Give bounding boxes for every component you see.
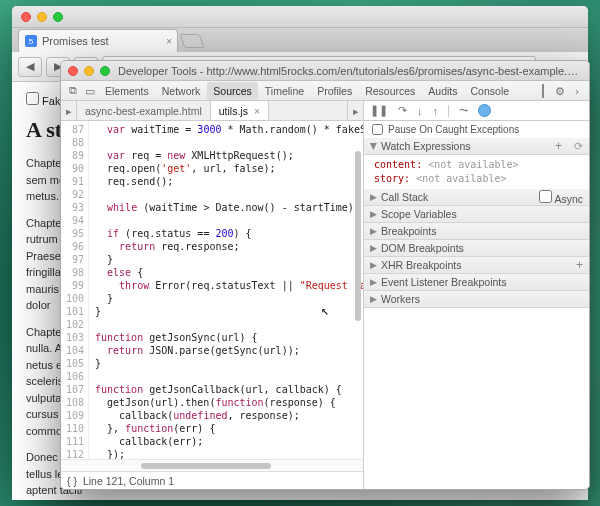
devtools-title: Developer Tools - http://www.html5rocks.… — [110, 65, 589, 77]
favicon-icon: 5 — [25, 35, 37, 47]
close-icon[interactable] — [68, 66, 78, 76]
close-tab-icon[interactable]: × — [166, 36, 172, 47]
pause-caught-checkbox[interactable] — [372, 124, 383, 135]
scope-variables-header[interactable]: ▶Scope Variables — [364, 206, 589, 223]
pane-label: Breakpoints — [381, 225, 436, 237]
file-tab-label: async-best-example.html — [85, 105, 202, 117]
pretty-print-icon[interactable]: { } — [67, 475, 77, 487]
workers-header[interactable]: ▶Workers — [364, 291, 589, 308]
watch-expressions-body: content: <not available> story: <not ava… — [364, 155, 589, 189]
pause-caught-label: Pause On Caught Exceptions — [388, 124, 519, 135]
debugger-sidebar: ❚❚ ↷ ↓ ↑ ⤳ Pause On Caught Exceptions ▶W… — [364, 101, 589, 489]
step-over-icon[interactable]: ↷ — [398, 104, 407, 117]
window-titlebar — [12, 6, 588, 28]
zoom-icon[interactable] — [53, 12, 63, 22]
pane-label: Workers — [381, 293, 420, 305]
panel-network[interactable]: Network — [156, 82, 207, 100]
device-icon[interactable]: ▭ — [82, 85, 98, 97]
status-bar: { } Line 121, Column 1 — [61, 471, 363, 489]
file-tab-active[interactable]: utils.js × — [211, 101, 269, 120]
watch-item[interactable]: story: <not available> — [374, 172, 579, 186]
inspect-icon[interactable]: ⧉ — [65, 84, 81, 97]
devtools-window: Developer Tools - http://www.html5rocks.… — [60, 60, 590, 490]
call-stack-header[interactable]: ▶Call Stack Async — [364, 189, 589, 206]
pause-icon[interactable]: ❚❚ — [370, 104, 388, 117]
pane-label: Call Stack — [381, 191, 428, 203]
panel-profiles[interactable]: Profiles — [311, 82, 358, 100]
show-debugger-icon[interactable]: ▸ — [347, 101, 363, 120]
debugger-toolbar: ❚❚ ↷ ↓ ↑ ⤳ — [364, 101, 589, 121]
minimize-icon[interactable] — [37, 12, 47, 22]
close-icon[interactable] — [21, 12, 31, 22]
event-listener-bp-header[interactable]: ▶Event Listener Breakpoints — [364, 274, 589, 291]
zoom-icon[interactable] — [100, 66, 110, 76]
panel-elements[interactable]: Elements — [99, 82, 155, 100]
chevron-right-icon[interactable]: › — [569, 85, 585, 97]
add-watch-icon[interactable]: + — [555, 139, 562, 153]
panel-audits[interactable]: Audits — [422, 82, 463, 100]
code-content[interactable]: var waitTime = 3000 * Math.random() * fa… — [89, 121, 363, 459]
minimize-icon[interactable] — [84, 66, 94, 76]
settings-icon[interactable]: ⚙ — [552, 85, 568, 97]
panel-console[interactable]: Console — [465, 82, 516, 100]
pane-label: Scope Variables — [381, 208, 457, 220]
new-tab-button[interactable] — [179, 34, 204, 48]
async-checkbox[interactable]: Async — [539, 190, 583, 205]
add-xhr-bp-icon[interactable]: + — [576, 258, 583, 272]
step-out-icon[interactable]: ↑ — [433, 105, 439, 117]
refresh-icon[interactable]: ⟳ — [574, 140, 583, 152]
breakpoints-header[interactable]: ▶Breakpoints — [364, 223, 589, 240]
pause-exceptions-icon[interactable] — [478, 104, 491, 117]
close-icon[interactable]: × — [254, 105, 260, 117]
cursor-position: Line 121, Column 1 — [83, 475, 174, 487]
file-tab-label: utils.js — [219, 105, 248, 117]
code-editor[interactable]: 87 88 89 90 91 92 93 94 95 96 97 98 99 1… — [61, 121, 363, 459]
step-into-icon[interactable]: ↓ — [417, 105, 423, 117]
watch-expressions-header[interactable]: ▶Watch Expressions+⟳ — [364, 138, 589, 155]
xhr-breakpoints-header[interactable]: ▶XHR Breakpoints+ — [364, 257, 589, 274]
sources-editor: ▸ async-best-example.html utils.js × ▸ 8… — [61, 101, 364, 489]
deactivate-breakpoints-icon[interactable]: ⤳ — [459, 104, 468, 117]
pause-caught-row[interactable]: Pause On Caught Exceptions — [364, 121, 589, 138]
dom-breakpoints-header[interactable]: ▶DOM Breakpoints — [364, 240, 589, 257]
pane-label: DOM Breakpoints — [381, 242, 464, 254]
file-tab[interactable]: async-best-example.html — [77, 101, 211, 120]
file-tabs: ▸ async-best-example.html utils.js × ▸ — [61, 101, 363, 121]
tab-title: Promises test — [42, 35, 109, 47]
drawer-icon[interactable] — [535, 85, 551, 97]
line-gutter: 87 88 89 90 91 92 93 94 95 96 97 98 99 1… — [61, 121, 89, 459]
horizontal-scrollbar[interactable] — [61, 459, 363, 471]
panel-timeline[interactable]: Timeline — [259, 82, 310, 100]
vertical-scrollbar[interactable] — [353, 121, 363, 447]
pane-label: Watch Expressions — [381, 140, 470, 152]
panel-sources[interactable]: Sources — [207, 82, 258, 100]
show-navigator-icon[interactable]: ▸ — [61, 101, 77, 120]
devtools-titlebar: Developer Tools - http://www.html5rocks.… — [61, 61, 589, 81]
back-button[interactable]: ◀ — [18, 57, 42, 77]
watch-item[interactable]: content: <not available> — [374, 158, 579, 172]
tab-strip: 5 Promises test × — [12, 28, 588, 52]
panel-resources[interactable]: Resources — [359, 82, 421, 100]
devtools-panel-tabs: ⧉ ▭ Elements Network Sources Timeline Pr… — [61, 81, 589, 101]
pane-label: XHR Breakpoints — [381, 259, 462, 271]
pane-label: Event Listener Breakpoints — [381, 276, 507, 288]
browser-tab[interactable]: 5 Promises test × — [18, 29, 178, 52]
